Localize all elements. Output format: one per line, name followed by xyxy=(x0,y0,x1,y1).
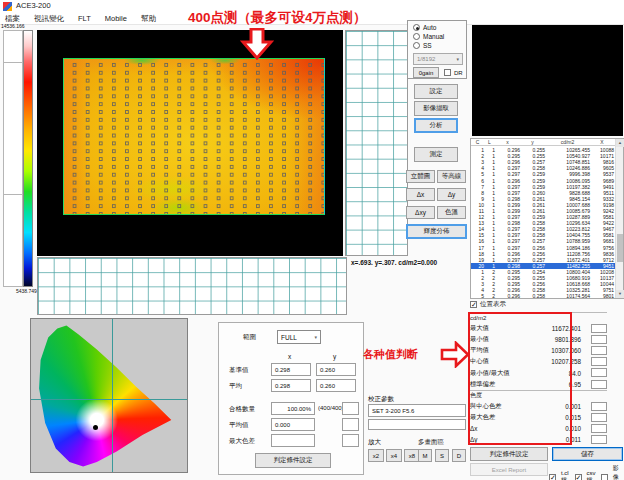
excel-report-button[interactable]: Excel Report xyxy=(470,463,548,476)
result-label: 最大色差 xyxy=(470,413,495,422)
result-row: 最小值/最大值84.0 xyxy=(470,367,607,378)
result-row: 平均值10307.060 xyxy=(470,345,607,356)
right-arrow-icon xyxy=(440,341,470,368)
position-display-label: 位置表示 xyxy=(480,300,506,309)
colorbar-gradient xyxy=(23,30,33,287)
delta-y-button[interactable]: Δy xyxy=(437,188,466,201)
zoom-x4-button[interactable]: x4 xyxy=(386,449,402,462)
radio-ss-label: SS xyxy=(423,42,432,49)
table-row[interactable]: 520.2960.25810174.5649801 xyxy=(471,293,616,299)
range-select[interactable]: FULL▾ xyxy=(277,330,321,344)
file-output-checks: t.cl檔 csv檔 影像檔 xyxy=(549,464,624,480)
base-value-label: 基準值 xyxy=(229,366,249,375)
image-file-checkbox[interactable] xyxy=(601,474,608,480)
colorbar-max-label: 14536.166 xyxy=(1,23,25,29)
radio-auto-label: Auto xyxy=(423,24,436,31)
analyze-button[interactable]: 分析 xyxy=(414,118,458,133)
avg-y-field[interactable]: 0.260 xyxy=(316,379,356,392)
result-section-label: 色度 xyxy=(470,390,607,401)
radio-auto[interactable] xyxy=(413,24,420,31)
color-temp-button[interactable]: 色溫 xyxy=(437,206,466,219)
colorbar-scale-frame xyxy=(3,30,23,287)
average-label: 平均 xyxy=(229,382,242,391)
exposure-panel: Auto Manual SS 1/8192▾ 0gain DR xyxy=(407,20,467,79)
judge-condition-button-middle[interactable]: 判定條件設定 xyxy=(255,453,331,468)
radio-manual[interactable] xyxy=(413,33,420,40)
delta-xy-button[interactable]: Δxy xyxy=(406,206,435,219)
measure-button[interactable]: 測定 xyxy=(414,147,458,162)
measurement-points-grid xyxy=(64,59,324,214)
menu-help[interactable]: 幫助 xyxy=(141,14,156,24)
image-capture-button[interactable]: 影像擷取 xyxy=(414,101,458,116)
luminance-distribution-button[interactable]: 輝度分佈 xyxy=(406,224,467,239)
radio-ss[interactable] xyxy=(413,42,420,49)
col-x-header: x xyxy=(288,353,291,360)
luminance-heatmap[interactable] xyxy=(63,58,325,215)
judge-result-box xyxy=(591,368,607,377)
camera-preview xyxy=(472,25,623,136)
settings-button[interactable]: 設定 xyxy=(414,84,458,99)
range-panel: 範圍 FULL▾ x y 基準值 0.298 0.260 平均 0.298 0.… xyxy=(218,322,364,475)
contour-button[interactable]: 等高線 xyxy=(437,170,466,183)
multi-s-button[interactable]: S xyxy=(435,449,449,462)
judge-result-box xyxy=(591,402,607,411)
avg-x-field[interactable]: 0.298 xyxy=(271,379,311,392)
avg-diff-judge-box xyxy=(342,418,359,431)
result-row: 最大色差0.015 xyxy=(470,412,607,423)
cie-horseshoe xyxy=(33,321,185,471)
multi-m-button[interactable]: M xyxy=(418,449,432,462)
results-list: cd/m2最大值11672.401最小值9801.896平均值10307.060… xyxy=(470,312,607,445)
judge-condition-button[interactable]: 判定條件設定 xyxy=(470,447,548,461)
measurement-view[interactable] xyxy=(37,30,343,256)
multi-d-button[interactable]: D xyxy=(452,449,466,462)
menu-video-change[interactable]: 視訊變化 xyxy=(34,14,64,24)
save-button[interactable]: 儲存 xyxy=(552,447,623,461)
result-row: 標準偏差6.95 xyxy=(470,379,607,390)
zoom-x2-button[interactable]: x2 xyxy=(368,449,384,462)
position-display-checkbox[interactable] xyxy=(470,301,477,308)
chevron-down-icon: ▾ xyxy=(314,334,317,340)
view-3d-button[interactable]: 立體圖 xyxy=(406,170,435,183)
col-y-header: y xyxy=(333,353,336,360)
calibration-extra-field[interactable] xyxy=(368,419,466,430)
table-header: CL xy cd/m2X xyxy=(471,139,623,146)
scroll-down-icon[interactable]: ▼ xyxy=(616,290,624,298)
result-row: Δy0.011 xyxy=(470,434,607,445)
image-file-label: 影像檔 xyxy=(613,464,624,480)
result-label: 色度 xyxy=(470,391,482,400)
shutter-select[interactable]: 1/8192▾ xyxy=(413,53,463,65)
cie-crosshair-vertical xyxy=(112,319,113,472)
menu-flt[interactable]: FLT xyxy=(78,14,91,23)
judge-result-box xyxy=(591,324,607,333)
base-x-field[interactable]: 0.298 xyxy=(271,363,311,376)
result-row: 最小值9801.896 xyxy=(470,334,607,345)
result-row: 最大值11672.401 xyxy=(470,323,607,334)
menu-file[interactable]: 檔案 xyxy=(5,14,20,24)
horizontal-profile-grid xyxy=(37,257,347,315)
delta-x-button[interactable]: Δx xyxy=(406,188,435,201)
dr-checkbox[interactable] xyxy=(444,69,451,76)
pass-judge-box xyxy=(342,402,359,415)
range-label: 範圍 xyxy=(243,333,256,342)
table-scrollbar[interactable]: ▲ ▼ xyxy=(615,139,623,298)
result-value: 11672.401 xyxy=(552,325,581,332)
scroll-thumb[interactable] xyxy=(617,234,623,262)
scroll-up-icon[interactable]: ▲ xyxy=(616,139,624,147)
menu-mobile[interactable]: Mobile xyxy=(105,14,127,23)
colorbar-min-label: 5438.749 xyxy=(16,288,37,294)
result-value: 10307.060 xyxy=(551,347,581,354)
base-y-field[interactable]: 0.260 xyxy=(316,363,356,376)
tcl-file-checkbox[interactable] xyxy=(549,474,556,480)
zero-gain-button[interactable]: 0gain xyxy=(413,67,439,78)
result-label: cd/m2 xyxy=(470,315,486,321)
cursor-readout: x=.693. y=.307. cd/m2=0.000 xyxy=(351,259,437,266)
vertical-profile-grid xyxy=(345,30,408,256)
result-label: Δx xyxy=(470,425,477,432)
csv-file-checkbox[interactable] xyxy=(575,474,582,480)
result-value: 6.95 xyxy=(569,381,581,388)
calibration-value-field[interactable]: SET 3-200 F5.6 xyxy=(368,404,466,417)
annotation-top-note: 400点测（最多可设4万点测） xyxy=(188,9,367,27)
csv-file-label: csv檔 xyxy=(587,470,596,480)
zoom-label: 放大 xyxy=(368,438,381,447)
judge-result-box xyxy=(591,357,607,366)
